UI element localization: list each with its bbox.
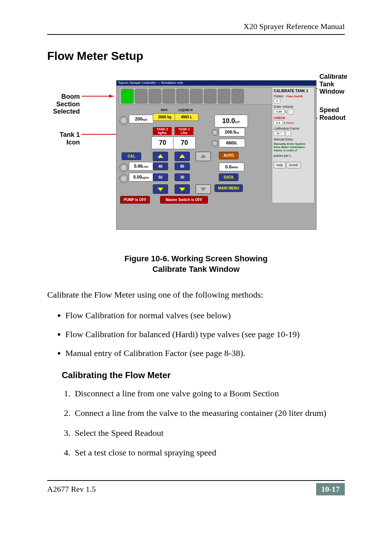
step-button[interactable]: 50 [153,173,168,181]
liquid-label: LIQUID N [175,108,196,112]
manual-entry-label: Manual Entry [274,138,313,141]
main-menu-button[interactable]: MAIN MENU [215,184,243,192]
sprayer-screenshot: Topcon Sprayer Controller — Simulation o… [116,80,317,230]
intro-paragraph: Calibrate the Flow Meter using one of th… [47,289,345,301]
list-item: Flow Calibration for balanced (Hardi) ty… [65,328,345,340]
list-item: Manual entry of Calibration Factor (see … [65,347,345,359]
gauge-icon [119,163,128,172]
gauge-icon [212,140,218,147]
nh3-tank-value[interactable]: 2000 kg [153,113,177,121]
rate-up-disabled [196,152,211,161]
help-button[interactable]: Help [274,162,286,168]
callout-tank1-icon: Tank 1 Icon [40,131,80,146]
method-bullets: Flow Calibration for normal valves (see … [65,310,345,359]
speed-value: 10.0 [222,117,235,124]
manual-entry-note: Manually Enter System Flow Meter Calibra… [274,143,313,152]
doc-revision: A2677 Rev 1.5 [47,485,96,494]
boom-section[interactable] [135,89,147,103]
nh3-label: NH3 [155,108,173,112]
calibration-factor-label: Calibration Factor [274,127,313,130]
page-number: 10-17 [316,483,345,495]
list-item: Set a test close to normal spraying spee… [73,447,345,458]
check-unit: L [284,121,286,124]
footer-rule [47,480,345,481]
boom-section[interactable] [190,89,203,103]
check-value: 0.0 [274,120,283,125]
volume-readout[interactable]: 6600L [219,139,245,147]
volume-value: 6600 [226,140,236,146]
gauge-icon [119,174,128,183]
rate-up-button[interactable] [175,152,190,161]
volume-unit: L [236,142,238,145]
list-item: Select the Speed Readout [73,427,345,439]
callout-boom-section: Boom Section Selected [40,93,80,115]
done-button[interactable]: DONE [286,162,301,168]
flow-onoff-button[interactable]: Flow On/Off [286,95,303,98]
pulses-per-l-label: pulses per L [274,154,313,158]
tank2-rate[interactable]: 70 [151,136,174,149]
rpm-unit: RPM [231,166,238,169]
enter-volume-label: Enter Volume [274,105,313,109]
data-button[interactable]: DATA [219,173,238,181]
arrow-icon [82,96,114,97]
master-switch-status[interactable]: Master Switch is OFF [160,196,208,204]
step-button[interactable]: 30 [175,173,190,181]
boom-section-1[interactable] [121,89,134,103]
area-readout[interactable]: 206.5ha [219,128,245,136]
figure-caption: Figure 10-6. Working Screen Showing Cali… [76,254,316,274]
rate-down-disabled [196,184,211,194]
callout-calibrate-window: Calibrate Tank Window [319,73,367,95]
pressure-unit: kpa [142,118,147,121]
keypad-icon[interactable] [285,130,291,136]
list-item: Flow Calibration for normal valves (see … [65,310,345,321]
gauge-icon [119,116,128,125]
kgkm-unit: kg/km [142,176,149,179]
keypad-icon[interactable] [288,109,294,115]
liquid-tank-value[interactable]: 4983 L [175,113,199,121]
section-heading: Flow Meter Setup [47,49,345,63]
rate-down-button[interactable] [153,184,168,194]
rpm-value: 0.0 [225,164,232,169]
figure-caption-line2: Calibrate Tank Window [152,265,240,274]
list-item: Connect a line from the valve to the mea… [73,407,345,419]
tank1-rate[interactable]: 70 [173,136,196,149]
header-rule [47,34,345,35]
auto-button[interactable]: AUTO [219,152,238,159]
rate-up-button[interactable] [153,152,168,161]
boom-section[interactable] [163,89,175,103]
boom-section[interactable] [204,89,216,103]
calibration-factor-value[interactable]: 36.7 [274,131,285,136]
tank1-rate-label: TANK 1 L/ha [175,127,193,135]
speed-readout[interactable]: 10.0kph [215,115,248,127]
enter-volume-unit: L [285,110,287,113]
cal-button[interactable]: CAL [122,152,141,160]
calibration-steps: Disconnect a line from one valve going t… [73,388,345,459]
figure-caption-line1: Figure 10-6. Working Screen Showing [124,254,268,263]
step-button[interactable]: 40 [153,163,168,170]
area-value: 206.5 [225,130,236,135]
area-unit: ha [236,131,239,134]
lkm-value: 0.00 [134,164,142,169]
cal-panel-title: CALIBRATE TANK 1 [274,89,313,93]
enter-volume-value[interactable]: 0.00 [274,109,285,114]
callout-speed-readout: Speed Readout [319,106,367,121]
reset-button[interactable]: Reset [286,121,294,124]
lkm-readout[interactable]: 0.00L/km [129,162,154,171]
pulses-label: Pulses [274,94,283,98]
speed-unit: kph [235,120,240,124]
pressure-value: 200 [135,116,142,122]
kgkm-readout[interactable]: 0.00kg/km [129,173,154,181]
pump-status[interactable]: PUMP is OFF [120,196,150,204]
rpm-readout[interactable]: 0.0RPM [219,163,244,171]
pressure-readout[interactable]: 200kpa [129,115,154,123]
boom-section[interactable] [232,89,244,103]
kgkm-value: 0.00 [133,175,142,180]
pulses-value: 0 [274,99,280,103]
manual-title: X20 Sprayer Reference Manual [47,22,345,31]
boom-section[interactable] [149,89,161,103]
lkm-unit: L/km [143,165,148,168]
step-button[interactable]: 80 [175,163,190,170]
rate-down-button[interactable] [175,184,190,194]
boom-section[interactable] [176,89,189,103]
boom-section[interactable] [218,89,230,103]
